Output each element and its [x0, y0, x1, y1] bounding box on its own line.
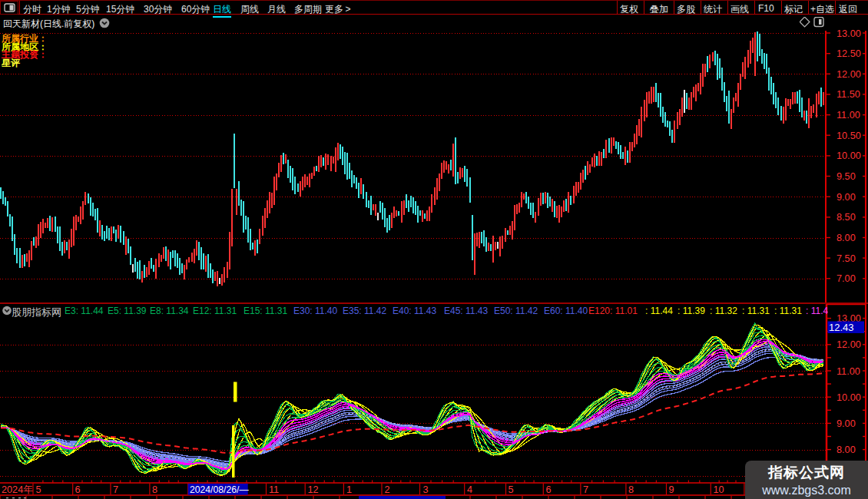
svg-text:11.00: 11.00	[837, 110, 860, 121]
svg-text:10.00: 10.00	[837, 392, 861, 403]
svg-text:6: 6	[75, 484, 81, 495]
svg-text:8: 8	[628, 484, 634, 495]
svg-text:2024/08/26/—: 2024/08/26/—	[190, 484, 249, 495]
svg-text:9.00: 9.00	[837, 192, 856, 203]
svg-text:7: 7	[113, 484, 118, 495]
svg-text:12.43: 12.43	[829, 322, 854, 333]
svg-text:3: 3	[423, 484, 429, 495]
svg-text:10: 10	[714, 484, 724, 495]
svg-text:8.50: 8.50	[837, 212, 856, 223]
svg-text:7: 7	[583, 484, 588, 495]
svg-text:12.50: 12.50	[837, 48, 861, 59]
svg-text:9.50: 9.50	[837, 171, 856, 182]
svg-text:5: 5	[36, 484, 41, 495]
svg-text:8.00: 8.00	[837, 233, 856, 243]
svg-text:9: 9	[669, 484, 674, 495]
svg-text:8: 8	[152, 484, 157, 495]
svg-text:12.00: 12.00	[837, 339, 861, 350]
svg-text:11: 11	[269, 484, 279, 495]
svg-text:12.00: 12.00	[837, 69, 861, 80]
svg-text:11.50: 11.50	[837, 89, 860, 100]
svg-text:5: 5	[509, 484, 514, 495]
svg-text:6: 6	[546, 484, 552, 495]
svg-text:4: 4	[467, 484, 472, 495]
svg-text:11.00: 11.00	[837, 366, 860, 377]
svg-text:12: 12	[308, 484, 319, 495]
svg-text:10.00: 10.00	[837, 150, 861, 161]
svg-text:7.50: 7.50	[837, 253, 856, 264]
svg-text:9.00: 9.00	[837, 418, 856, 429]
svg-text:10.50: 10.50	[837, 131, 861, 141]
svg-text:2: 2	[385, 484, 390, 495]
svg-text:1: 1	[346, 484, 352, 495]
svg-text:7.00: 7.00	[837, 273, 856, 284]
svg-text:2024年: 2024年	[2, 484, 33, 495]
svg-text:8.00: 8.00	[837, 444, 856, 455]
